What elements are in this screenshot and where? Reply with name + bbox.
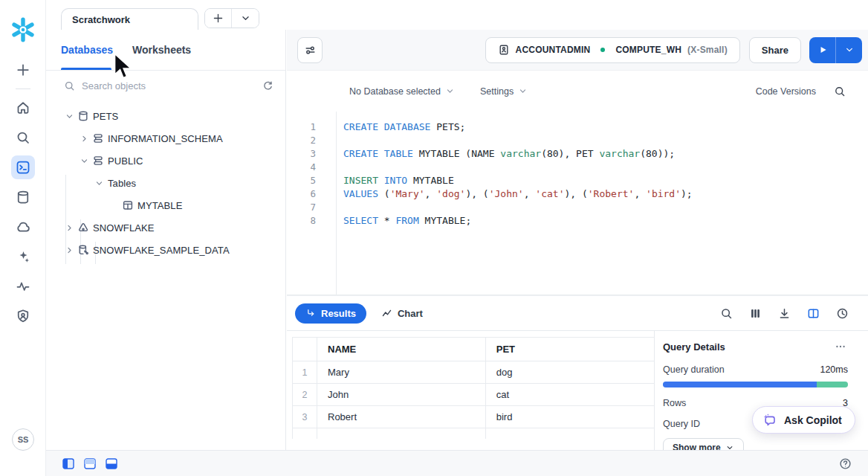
row-number[interactable]: 2	[293, 384, 317, 406]
results-actions	[720, 307, 849, 320]
code-line-8[interactable]: 8SELECT * FROM MYTABLE;	[287, 213, 868, 227]
sql-editor[interactable]: 1CREATE DATABASE PETS;23CREATE TABLE MYT…	[287, 112, 868, 295]
table-cell[interactable]: Mary	[317, 361, 486, 384]
table-cell[interactable]: cat	[485, 384, 654, 406]
run-button[interactable]	[809, 37, 836, 63]
layout-bottom-icon[interactable]	[106, 458, 117, 469]
rail-search-icon[interactable]	[11, 126, 35, 149]
query-details-title: Query Details	[663, 341, 725, 353]
refresh-icon	[262, 80, 273, 91]
tab-databases[interactable]: Databases	[61, 44, 113, 56]
table-cell[interactable]: John	[317, 384, 486, 406]
table-cell[interactable]: bird	[485, 406, 654, 428]
layout-top-icon[interactable]	[84, 458, 96, 469]
context-selector[interactable]: ACCOUNTADMIN COMPUTE_WH (X-Small)	[485, 37, 740, 63]
chevron-right-icon[interactable]	[78, 132, 90, 144]
duration-label: Query duration	[663, 364, 725, 375]
tree-item-label: PETS	[93, 111, 118, 122]
chevron-right-icon[interactable]	[63, 244, 75, 256]
tab-list-button[interactable]	[232, 9, 259, 28]
tab-results[interactable]: Results	[295, 303, 366, 324]
column-header-name[interactable]: NAME	[317, 338, 486, 361]
chevron-down-icon[interactable]	[63, 110, 75, 122]
line-number: 6	[287, 188, 323, 199]
table-cell[interactable]: dog	[485, 361, 654, 384]
column-header-pet[interactable]: PET	[485, 338, 654, 361]
tree-item-information_schema[interactable]: INFORMATION_SCHEMA	[46, 127, 285, 149]
object-sidebar: Databases Worksheets PETSINFORMATION_SCH…	[46, 30, 286, 450]
sliders-icon	[304, 44, 317, 57]
rail-admin-icon[interactable]	[11, 304, 35, 328]
table-row-empty	[293, 428, 655, 439]
copilot-icon	[762, 413, 777, 428]
search-input[interactable]	[82, 80, 261, 91]
worksheet-tab-label: Scratchwork	[72, 14, 130, 25]
code-line-2[interactable]: 2	[287, 133, 868, 147]
rail-home-icon[interactable]	[11, 96, 35, 120]
row-number[interactable]: 3	[293, 406, 317, 428]
table-cell[interactable]: Robert	[317, 406, 486, 428]
rail-worksheets-icon[interactable]	[11, 155, 35, 179]
chevron-spacer	[108, 199, 120, 211]
chevron-right-icon[interactable]	[63, 222, 75, 234]
role-label: ACCOUNTADMIN	[516, 45, 591, 55]
ask-copilot-button[interactable]: Ask Copilot	[752, 406, 855, 434]
query-details-menu-button[interactable]	[833, 339, 848, 354]
rail-activity-icon[interactable]	[11, 274, 35, 298]
worksheet-tab[interactable]: Scratchwork	[61, 8, 198, 30]
tree-item-pets[interactable]: PETS	[46, 105, 285, 127]
code-line-3[interactable]: 3CREATE TABLE MYTABLE (NAME varchar(80),…	[287, 147, 868, 160]
layout-toggles	[62, 458, 127, 469]
chevron-down-icon[interactable]	[78, 155, 90, 167]
results-table-area: NAMEPET 1Marydog2Johncat3Robertbird	[287, 331, 654, 450]
rail-data-icon[interactable]	[11, 185, 35, 209]
duration-bar	[663, 382, 848, 387]
tree-item-public[interactable]: PUBLIC	[46, 149, 285, 172]
tree-item-tables[interactable]: Tables	[46, 172, 285, 194]
rail-cloud-icon[interactable]	[11, 215, 35, 239]
show-more-button[interactable]: Show more	[663, 438, 744, 450]
line-number: 3	[287, 148, 323, 159]
chart-label: Chart	[398, 308, 423, 319]
code-line-7[interactable]: 7	[287, 200, 868, 213]
rail-plus-icon[interactable]	[11, 58, 35, 82]
code-versions-link[interactable]: Code Versions	[756, 86, 816, 97]
chevron-down-icon	[725, 443, 734, 450]
results-columns-icon[interactable]	[749, 307, 762, 320]
rail-ai-sparkles-icon[interactable]	[11, 245, 35, 268]
database-selector[interactable]: No Database selected	[349, 86, 455, 97]
new-tab-button[interactable]	[205, 9, 232, 28]
results-history-icon[interactable]	[836, 307, 849, 320]
snowflake-logo[interactable]	[10, 16, 36, 43]
code-line-4[interactable]: 4	[287, 160, 868, 173]
help-button[interactable]	[839, 457, 852, 470]
tree-item-snowflake_sample_data[interactable]: SNOWFLAKE_SAMPLE_DATA	[46, 239, 285, 261]
tree-item-label: Tables	[108, 178, 136, 189]
layout-left-icon[interactable]	[62, 458, 74, 469]
refresh-button[interactable]	[261, 79, 275, 93]
warehouse-label: COMPUTE_WH	[615, 45, 681, 55]
user-avatar[interactable]: SS	[12, 428, 34, 451]
results-search-icon[interactable]	[720, 307, 733, 320]
tree-item-snowflake[interactable]: SNOWFLAKE	[46, 216, 285, 239]
tab-worksheets[interactable]: Worksheets	[132, 44, 191, 56]
rows-label: Rows	[663, 398, 686, 408]
tab-chart[interactable]: Chart	[381, 308, 423, 319]
code-line-1[interactable]: 1CREATE DATABASE PETS;	[287, 120, 868, 133]
code-text: SELECT * FROM MYTABLE;	[343, 215, 471, 226]
settings-menu[interactable]: Settings	[480, 86, 528, 97]
editor-search-button[interactable]	[834, 86, 846, 97]
worksheet-options-button[interactable]	[297, 37, 323, 63]
code-text: CREATE DATABASE PETS;	[343, 121, 465, 132]
tree-item-label: MYTABLE	[137, 200, 182, 211]
results-download-icon[interactable]	[778, 307, 791, 320]
results-split-view-icon[interactable]	[807, 307, 820, 320]
duration-bar-elapsed	[663, 382, 817, 387]
share-button[interactable]: Share	[749, 37, 801, 63]
run-options-button[interactable]	[836, 37, 862, 63]
row-number[interactable]: 1	[293, 361, 317, 384]
code-line-6[interactable]: 6VALUES ('Mary', 'dog'), ('John', 'cat')…	[287, 187, 868, 200]
chevron-down-icon[interactable]	[93, 177, 105, 189]
code-line-5[interactable]: 5INSERT INTO MYTABLE	[287, 173, 868, 187]
tree-item-mytable[interactable]: MYTABLE	[46, 194, 285, 216]
